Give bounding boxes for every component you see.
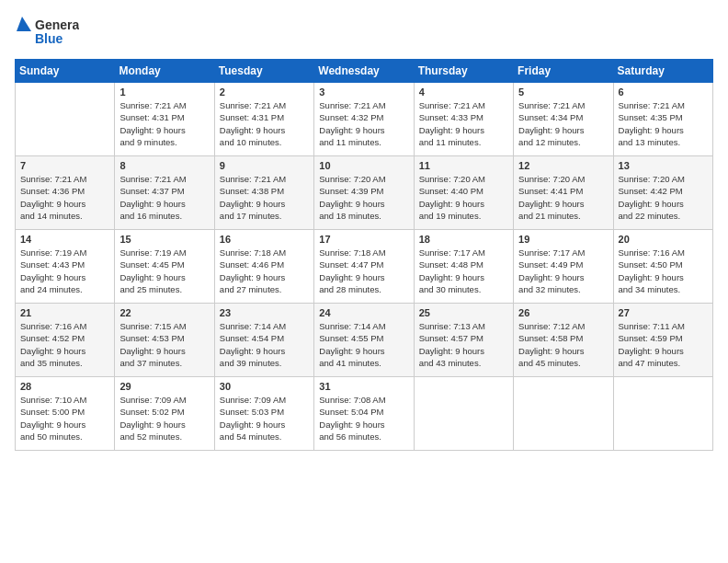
day-number: 27	[619, 307, 708, 318]
calendar-cell: 14Sunrise: 7:19 AM Sunset: 4:43 PM Dayli…	[16, 230, 115, 304]
calendar-cell: 13Sunrise: 7:20 AM Sunset: 4:42 PM Dayli…	[613, 156, 712, 230]
day-number: 11	[419, 160, 508, 171]
day-number: 1	[119, 86, 209, 98]
day-number: 16	[220, 234, 309, 245]
day-number: 7	[20, 160, 109, 171]
calendar-week-row: 14Sunrise: 7:19 AM Sunset: 4:43 PM Dayli…	[16, 230, 713, 304]
day-number: 14	[20, 234, 109, 245]
day-info: Sunrise: 7:17 AM Sunset: 4:48 PM Dayligh…	[419, 247, 508, 295]
weekday-header-cell: Tuesday	[214, 60, 313, 83]
calendar-cell: 19Sunrise: 7:17 AM Sunset: 4:49 PM Dayli…	[514, 230, 613, 304]
weekday-header-cell: Sunday	[16, 60, 115, 83]
day-number: 13	[619, 160, 708, 171]
calendar-body: 1Sunrise: 7:21 AM Sunset: 4:31 PM Daylig…	[16, 83, 713, 451]
day-number: 19	[518, 234, 608, 245]
day-number: 17	[319, 234, 408, 245]
calendar-table: SundayMondayTuesdayWednesdayThursdayFrid…	[15, 59, 713, 451]
weekday-header-cell: Thursday	[414, 60, 513, 83]
calendar-cell: 29Sunrise: 7:09 AM Sunset: 5:02 PM Dayli…	[115, 377, 214, 451]
day-info: Sunrise: 7:09 AM Sunset: 5:02 PM Dayligh…	[119, 394, 209, 442]
calendar-week-row: 7Sunrise: 7:21 AM Sunset: 4:36 PM Daylig…	[16, 156, 713, 230]
day-number: 21	[20, 307, 109, 318]
calendar-cell: 16Sunrise: 7:18 AM Sunset: 4:46 PM Dayli…	[214, 230, 313, 304]
day-info: Sunrise: 7:21 AM Sunset: 4:32 PM Dayligh…	[319, 99, 408, 148]
day-number: 9	[220, 160, 309, 171]
calendar-cell: 25Sunrise: 7:13 AM Sunset: 4:57 PM Dayli…	[414, 304, 513, 377]
day-info: Sunrise: 7:19 AM Sunset: 4:45 PM Dayligh…	[119, 247, 209, 295]
day-number: 18	[419, 234, 508, 245]
day-number: 25	[419, 307, 508, 318]
calendar-cell: 27Sunrise: 7:11 AM Sunset: 4:59 PM Dayli…	[613, 304, 712, 377]
calendar-cell: 18Sunrise: 7:17 AM Sunset: 4:48 PM Dayli…	[414, 230, 513, 304]
day-info: Sunrise: 7:21 AM Sunset: 4:38 PM Dayligh…	[220, 173, 309, 222]
day-number: 6	[619, 86, 708, 98]
day-info: Sunrise: 7:21 AM Sunset: 4:33 PM Dayligh…	[419, 99, 508, 148]
calendar-week-row: 28Sunrise: 7:10 AM Sunset: 5:00 PM Dayli…	[16, 377, 713, 451]
calendar-cell: 1Sunrise: 7:21 AM Sunset: 4:31 PM Daylig…	[115, 83, 214, 156]
day-number: 24	[319, 307, 408, 318]
calendar-cell	[613, 377, 712, 451]
svg-marker-2	[17, 17, 31, 31]
day-number: 31	[319, 381, 408, 392]
day-number: 8	[119, 160, 209, 171]
day-number: 23	[220, 307, 309, 318]
weekday-header-cell: Monday	[115, 60, 214, 83]
calendar-cell: 26Sunrise: 7:12 AM Sunset: 4:58 PM Dayli…	[514, 304, 613, 377]
calendar-cell: 31Sunrise: 7:08 AM Sunset: 5:04 PM Dayli…	[314, 377, 414, 451]
day-number: 28	[20, 381, 109, 392]
day-info: Sunrise: 7:14 AM Sunset: 4:55 PM Dayligh…	[319, 320, 408, 369]
day-info: Sunrise: 7:21 AM Sunset: 4:31 PM Dayligh…	[220, 99, 309, 148]
day-info: Sunrise: 7:11 AM Sunset: 4:59 PM Dayligh…	[619, 320, 708, 369]
calendar-cell: 30Sunrise: 7:09 AM Sunset: 5:03 PM Dayli…	[214, 377, 313, 451]
weekday-header-cell: Friday	[514, 60, 613, 83]
weekday-header-cell: Wednesday	[314, 60, 414, 83]
day-info: Sunrise: 7:14 AM Sunset: 4:54 PM Dayligh…	[220, 320, 309, 369]
day-info: Sunrise: 7:21 AM Sunset: 4:35 PM Dayligh…	[619, 99, 708, 148]
day-info: Sunrise: 7:20 AM Sunset: 4:39 PM Dayligh…	[319, 173, 408, 222]
calendar-cell: 17Sunrise: 7:18 AM Sunset: 4:47 PM Dayli…	[314, 230, 414, 304]
calendar-cell: 11Sunrise: 7:20 AM Sunset: 4:40 PM Dayli…	[414, 156, 513, 230]
day-info: Sunrise: 7:09 AM Sunset: 5:03 PM Dayligh…	[220, 394, 309, 442]
calendar-cell: 24Sunrise: 7:14 AM Sunset: 4:55 PM Dayli…	[314, 304, 414, 377]
day-number: 22	[119, 307, 209, 318]
weekday-header-cell: Saturday	[613, 60, 712, 83]
calendar-cell: 28Sunrise: 7:10 AM Sunset: 5:00 PM Dayli…	[16, 377, 115, 451]
day-info: Sunrise: 7:21 AM Sunset: 4:36 PM Dayligh…	[20, 173, 109, 222]
day-info: Sunrise: 7:08 AM Sunset: 5:04 PM Dayligh…	[319, 394, 408, 442]
day-number: 15	[119, 234, 209, 245]
calendar-cell	[514, 377, 613, 451]
day-number: 10	[319, 160, 408, 171]
day-info: Sunrise: 7:19 AM Sunset: 4:43 PM Dayligh…	[20, 247, 109, 295]
day-info: Sunrise: 7:10 AM Sunset: 5:00 PM Dayligh…	[20, 394, 109, 442]
day-number: 20	[619, 234, 708, 245]
calendar-cell	[414, 377, 513, 451]
day-info: Sunrise: 7:20 AM Sunset: 4:42 PM Dayligh…	[619, 173, 708, 222]
day-info: Sunrise: 7:15 AM Sunset: 4:53 PM Dayligh…	[119, 320, 209, 369]
day-info: Sunrise: 7:18 AM Sunset: 4:47 PM Dayligh…	[319, 247, 408, 295]
calendar-week-row: 21Sunrise: 7:16 AM Sunset: 4:52 PM Dayli…	[16, 304, 713, 377]
calendar-week-row: 1Sunrise: 7:21 AM Sunset: 4:31 PM Daylig…	[16, 83, 713, 156]
day-info: Sunrise: 7:20 AM Sunset: 4:41 PM Dayligh…	[518, 173, 608, 222]
calendar-cell: 4Sunrise: 7:21 AM Sunset: 4:33 PM Daylig…	[414, 83, 513, 156]
calendar-cell	[16, 83, 115, 156]
day-number: 29	[119, 381, 209, 392]
day-info: Sunrise: 7:18 AM Sunset: 4:46 PM Dayligh…	[220, 247, 309, 295]
day-number: 12	[518, 160, 608, 171]
calendar-cell: 15Sunrise: 7:19 AM Sunset: 4:45 PM Dayli…	[115, 230, 214, 304]
day-info: Sunrise: 7:21 AM Sunset: 4:31 PM Dayligh…	[119, 99, 209, 148]
calendar-cell: 10Sunrise: 7:20 AM Sunset: 4:39 PM Dayli…	[314, 156, 414, 230]
calendar-cell: 7Sunrise: 7:21 AM Sunset: 4:36 PM Daylig…	[16, 156, 115, 230]
calendar-cell: 3Sunrise: 7:21 AM Sunset: 4:32 PM Daylig…	[314, 83, 414, 156]
day-number: 5	[518, 86, 608, 98]
calendar-cell: 9Sunrise: 7:21 AM Sunset: 4:38 PM Daylig…	[214, 156, 313, 230]
day-number: 26	[518, 307, 608, 318]
calendar-cell: 21Sunrise: 7:16 AM Sunset: 4:52 PM Dayli…	[16, 304, 115, 377]
day-info: Sunrise: 7:21 AM Sunset: 4:37 PM Dayligh…	[119, 173, 209, 222]
calendar-cell: 20Sunrise: 7:16 AM Sunset: 4:50 PM Dayli…	[613, 230, 712, 304]
page-header: GeneralBlue	[15, 15, 713, 48]
weekday-header-row: SundayMondayTuesdayWednesdayThursdayFrid…	[16, 60, 713, 83]
svg-text:Blue: Blue	[35, 31, 63, 46]
day-info: Sunrise: 7:12 AM Sunset: 4:58 PM Dayligh…	[518, 320, 608, 369]
day-number: 2	[220, 86, 309, 98]
calendar-cell: 23Sunrise: 7:14 AM Sunset: 4:54 PM Dayli…	[214, 304, 313, 377]
